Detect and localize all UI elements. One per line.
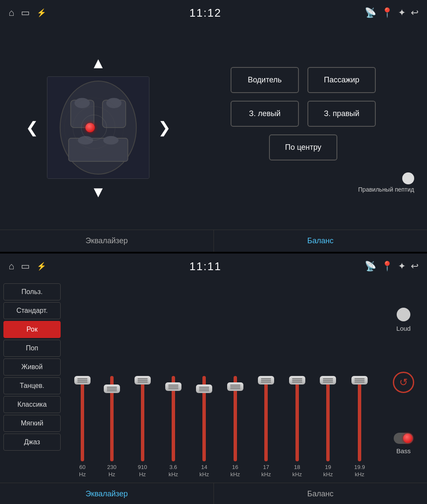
screen-icon[interactable]: ▭	[21, 7, 30, 18]
bass-toggle[interactable]	[394, 433, 413, 444]
slider-thumb-3[interactable]	[165, 382, 181, 391]
cast-icon[interactable]: 📡	[365, 7, 376, 18]
slider-track-0[interactable]	[81, 376, 84, 461]
slider-track-1[interactable]	[110, 376, 114, 461]
rear-seat-buttons: З. левый З. правый	[231, 101, 376, 127]
freq-label-8: 19kHz	[323, 464, 333, 478]
location-icon-b[interactable]: 📍	[381, 261, 393, 272]
location-icon[interactable]: 📍	[381, 7, 393, 18]
center-button-row: По центру	[269, 134, 337, 160]
active-speaker-dot	[85, 123, 95, 132]
top-panel: ⌂ ▭ ⚡ 11:12 📡 📍 ✦ ↩ ▲ ❮	[0, 0, 427, 252]
slider-track-2[interactable]	[141, 376, 144, 461]
slider-track-7[interactable]	[295, 376, 299, 461]
slider-thumb-5[interactable]	[227, 382, 243, 391]
screen-icon-b[interactable]: ▭	[21, 261, 30, 272]
speaker-selection: Водитель Пассажир З. левый З. правый По …	[188, 30, 418, 225]
arrow-up[interactable]: ▲	[91, 54, 106, 72]
rear-right-button[interactable]: З. правый	[307, 101, 376, 127]
preset-item-soft[interactable]: Мягкий	[3, 415, 61, 432]
bottom-time: 11:11	[190, 260, 222, 273]
eq-band-8: 19kHz	[323, 376, 333, 478]
bottom-panel: ⌂ ▭ ⚡ 11:11 📡 📍 ✦ ↩ Польз.Стандарт.РокПо…	[0, 253, 427, 504]
slider-thumb-2[interactable]	[135, 376, 151, 385]
bottom-status-bar: ⌂ ▭ ⚡ 11:11 📡 📍 ✦ ↩	[0, 253, 427, 279]
home-icon-b[interactable]: ⌂	[9, 261, 14, 272]
bass-control: Bass	[394, 433, 413, 454]
slider-thumb-7[interactable]	[289, 376, 305, 385]
eq-main-area: Польз.Стандарт.РокПопЖивойТанцев.Классик…	[0, 279, 427, 483]
bluetooth-icon-b[interactable]: ✦	[398, 261, 406, 272]
seat-svg	[47, 77, 149, 178]
bass-label: Bass	[396, 447, 410, 454]
arrow-left[interactable]: ❮	[26, 119, 38, 137]
top-status-bar: ⌂ ▭ ⚡ 11:12 📡 📍 ✦ ↩	[0, 0, 427, 26]
preset-item-rok[interactable]: Рок	[3, 321, 61, 338]
bottom-status-right: 📡 📍 ✦ ↩	[365, 261, 418, 272]
home-icon[interactable]: ⌂	[9, 7, 14, 18]
preset-item-dance[interactable]: Танцев.	[3, 377, 61, 394]
seat-image	[47, 76, 149, 179]
preset-item-pop[interactable]: Поп	[3, 340, 61, 357]
cast-icon-b[interactable]: 📡	[365, 261, 376, 272]
tab-balance-top[interactable]: Баланс	[214, 230, 427, 252]
loud-control: Loud	[396, 308, 410, 332]
loud-label: Loud	[396, 325, 410, 332]
svg-rect-6	[69, 138, 128, 162]
slider-track-4[interactable]	[202, 376, 206, 461]
back-icon-b[interactable]: ↩	[411, 261, 418, 272]
seat-image-row: ❮	[26, 76, 171, 179]
bass-knob	[403, 434, 412, 443]
slider-track-5[interactable]	[234, 376, 237, 461]
eq-band-9: 19.9kHz	[354, 376, 365, 478]
bluetooth-icon[interactable]: ✦	[398, 7, 406, 18]
eq-band-5: 16kHz	[231, 376, 240, 478]
freq-label-7: 18kHz	[292, 464, 302, 478]
slider-track-3[interactable]	[172, 376, 175, 461]
usb-icon: ⚡	[37, 8, 46, 17]
slider-track-6[interactable]	[264, 376, 268, 461]
eq-band-3: 3.6kHz	[169, 376, 178, 478]
eq-band-1: 230Hz	[107, 376, 117, 478]
driver-button[interactable]: Водитель	[231, 67, 299, 93]
tab-equalizer-bottom[interactable]: Эквалайзер	[0, 483, 214, 504]
slider-thumb-9[interactable]	[351, 376, 368, 385]
eq-band-0: 60Hz	[79, 376, 86, 478]
slider-thumb-6[interactable]	[258, 376, 274, 385]
slider-track-9[interactable]	[358, 376, 361, 461]
svg-point-4	[74, 98, 90, 108]
eq-sliders-area: 60Hz230Hz910Hz3.6kHz14kHz16kHz17kHz18kHz…	[64, 279, 380, 483]
loud-indicator[interactable]	[397, 308, 410, 321]
preset-item-jazz[interactable]: Джаз	[3, 434, 61, 451]
eq-right-controls: Loud ↺ Bass	[380, 279, 427, 483]
bottom-tab-bar: Эквалайзер Баланс	[0, 483, 427, 504]
back-icon[interactable]: ↩	[411, 7, 418, 18]
tab-balance-bottom[interactable]: Баланс	[214, 483, 427, 504]
arrow-down[interactable]: ▼	[91, 183, 106, 201]
slider-thumb-1[interactable]	[104, 385, 120, 393]
tab-equalizer-top[interactable]: Эквалайзер	[0, 230, 214, 252]
freq-label-9: 19.9kHz	[354, 464, 365, 478]
preset-item-live[interactable]: Живой	[3, 358, 61, 376]
preset-item-polz[interactable]: Польз.	[3, 283, 61, 300]
preset-item-classic[interactable]: Классика	[3, 396, 61, 413]
eq-band-4: 14kHz	[199, 376, 209, 478]
center-button[interactable]: По центру	[269, 134, 337, 160]
freq-label-1: 230Hz	[107, 464, 117, 478]
top-time: 11:12	[190, 6, 222, 20]
freq-label-3: 3.6kHz	[169, 464, 178, 478]
bottom-status-left: ⌂ ▭ ⚡	[9, 261, 46, 272]
freq-label-6: 17kHz	[261, 464, 271, 478]
arrow-right[interactable]: ❯	[158, 119, 171, 137]
eq-band-2: 910Hz	[138, 376, 147, 478]
passenger-button[interactable]: Пассажир	[307, 67, 376, 93]
usb-icon-b: ⚡	[37, 262, 46, 271]
slider-track-8[interactable]	[326, 376, 330, 461]
slider-thumb-4[interactable]	[196, 385, 212, 393]
reset-button[interactable]: ↺	[393, 372, 414, 393]
slider-thumb-8[interactable]	[320, 376, 336, 385]
slider-thumb-0[interactable]	[74, 376, 91, 385]
top-status-left: ⌂ ▭ ⚡	[9, 7, 46, 18]
preset-item-standart[interactable]: Стандарт.	[3, 302, 61, 319]
rear-left-button[interactable]: З. левый	[231, 101, 299, 127]
